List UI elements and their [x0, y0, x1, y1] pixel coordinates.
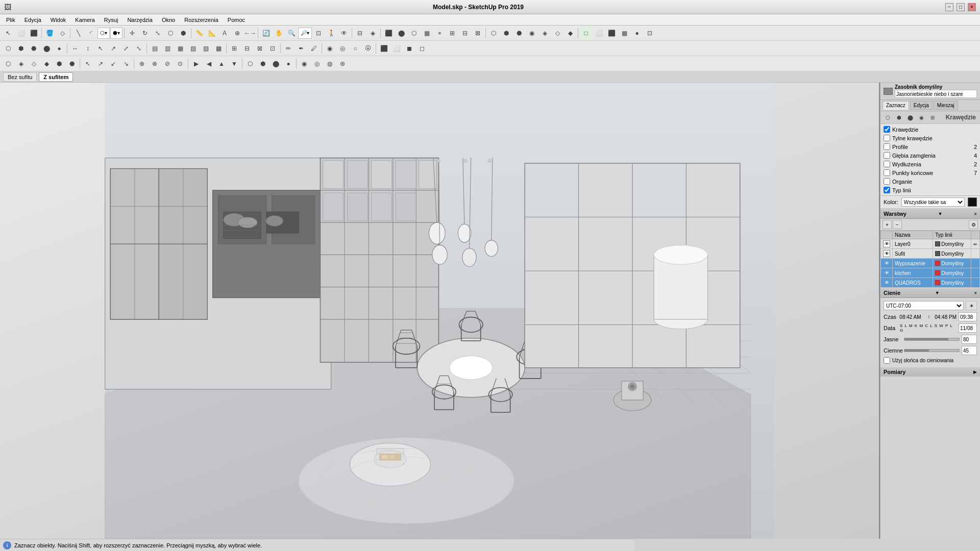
menu-widok[interactable]: Widok	[46, 16, 70, 24]
tb-btn-b6[interactable]: ◇	[551, 27, 564, 39]
cb-krawedzie[interactable]	[884, 126, 890, 133]
tb2-btn28[interactable]: ⦿	[362, 42, 374, 55]
tb3-btn13[interactable]: ⊘	[161, 58, 174, 70]
tb3-btn24[interactable]: ◎	[311, 58, 323, 70]
menu-narzedzia[interactable]: Narzędzia	[123, 16, 157, 24]
tb2-btn26[interactable]: ◎	[336, 42, 349, 55]
tb2-btn12[interactable]: ▤	[149, 42, 161, 55]
style-icon3[interactable]: ⬤	[905, 112, 915, 122]
tb2-btn22[interactable]: ✏	[282, 42, 295, 55]
orbit-tool[interactable]: 🔄	[260, 27, 272, 39]
cienie-header[interactable]: Cienie ▼ ×	[880, 288, 980, 298]
move-tool[interactable]: ✛	[126, 27, 138, 39]
pan-tool[interactable]: ✋	[273, 27, 285, 39]
menu-rozszerzenia[interactable]: Rozszerzenia	[180, 16, 223, 24]
tb3-btn4[interactable]: ◆	[40, 58, 53, 70]
maximize-button[interactable]: □	[957, 3, 965, 11]
group-btn[interactable]: ⬛	[28, 27, 40, 39]
pushpull-tool[interactable]: ⬡	[164, 27, 177, 39]
tb3-btn25[interactable]: ◍	[324, 58, 336, 70]
tb3-btn8[interactable]: ↗	[94, 58, 107, 70]
tb2-btn24[interactable]: 🖊	[308, 42, 320, 55]
tb2-btn21[interactable]: ⊡	[266, 42, 279, 55]
tb3-btn7[interactable]: ↖	[82, 58, 94, 70]
tb-btn-a1[interactable]: ⬛	[382, 27, 395, 39]
tb2-btn19[interactable]: ⊟	[241, 42, 253, 55]
tb2-btn13[interactable]: ▥	[161, 42, 174, 55]
tb2-btn9[interactable]: ↗	[107, 42, 119, 55]
hidden-btn[interactable]: ⬜	[593, 27, 605, 39]
timezone-select[interactable]: UTC-07:00	[884, 301, 964, 310]
cb-punkty[interactable]	[884, 169, 890, 176]
solar-cb[interactable]	[884, 357, 890, 364]
remove-layer-btn[interactable]: −	[893, 220, 902, 229]
tb2-btn18[interactable]: ⊞	[228, 42, 240, 55]
tb-btn-a6[interactable]: ⊞	[446, 27, 458, 39]
tb3-btn18[interactable]: ▼	[228, 58, 240, 70]
tb3-btn23[interactable]: ◉	[298, 58, 310, 70]
axis-tool[interactable]: ⊕	[231, 27, 243, 39]
menu-pomoc[interactable]: Pomoc	[224, 16, 249, 24]
layer-row-kitchen[interactable]: 👁 kitchen Domyślny	[881, 268, 980, 278]
offset-tool[interactable]: ⬢	[177, 27, 189, 39]
tab-mieszaj[interactable]: Mieszaj	[934, 101, 958, 110]
add-layer-btn[interactable]: +	[883, 220, 892, 229]
style-icon2[interactable]: ⬢	[894, 112, 904, 122]
tb2-btn29[interactable]: ⬛	[378, 42, 390, 55]
tab-zaznacz[interactable]: Zaznacz	[883, 101, 909, 110]
arc-tool[interactable]: ◜	[85, 27, 97, 39]
layer-row-quadros[interactable]: 👁 QUADROS Domyślny	[881, 278, 980, 288]
rotate-tool[interactable]: ↻	[139, 27, 151, 39]
look-tool[interactable]: 👁	[338, 27, 350, 39]
tb2-btn6[interactable]: ↔	[69, 42, 81, 55]
tb2-btn1[interactable]: ⬡	[2, 42, 14, 55]
tb-btn-a7[interactable]: ⊟	[459, 27, 471, 39]
tb3-btn12[interactable]: ⊗	[149, 58, 161, 70]
style-icon1[interactable]: ⬡	[883, 112, 893, 122]
zoom-tool[interactable]: 🔍	[285, 27, 298, 39]
viewport-3d[interactable]	[0, 83, 880, 539]
tb2-btn23[interactable]: ✒	[295, 42, 307, 55]
tb2-btn4[interactable]: ⬤	[40, 42, 53, 55]
tb3-btn1[interactable]: ⬡	[2, 58, 14, 70]
tb-btn-a8[interactable]: ⊠	[472, 27, 484, 39]
tb2-btn10[interactable]: ⤢	[120, 42, 132, 55]
component-btn[interactable]: ⬜	[15, 27, 27, 39]
style-icon4[interactable]: ◉	[916, 112, 926, 122]
wireframe-btn[interactable]: □	[580, 27, 592, 39]
tb3-btn19[interactable]: ⬡	[244, 58, 256, 70]
tb3-btn15[interactable]: ▶	[190, 58, 202, 70]
scale-tool[interactable]: ⤡	[152, 27, 164, 39]
tb3-btn21[interactable]: ⬤	[270, 58, 282, 70]
close-button[interactable]: ×	[968, 3, 976, 11]
tb-btn-b1[interactable]: ⬡	[487, 27, 500, 39]
layer0-edit[interactable]: ✏	[973, 242, 977, 247]
tb3-btn16[interactable]: ◀	[203, 58, 215, 70]
shape-dropdown[interactable]: ⬡▾	[97, 28, 110, 39]
tb2-btn5[interactable]: ●	[53, 42, 65, 55]
color-swatch[interactable]	[968, 197, 977, 207]
menu-rysuj[interactable]: Rysuj	[100, 16, 122, 24]
tb2-btn16[interactable]: ▨	[200, 42, 212, 55]
ciemne-slider[interactable]	[904, 349, 960, 352]
tb3-btn22[interactable]: ●	[282, 58, 295, 70]
quadros-vis[interactable]: 👁	[883, 279, 890, 286]
close-warstwy-btn[interactable]: ×	[974, 211, 977, 217]
section2-tool[interactable]: ◈	[366, 27, 379, 39]
select-tool[interactable]: ↖	[2, 27, 14, 39]
minimize-button[interactable]: −	[945, 3, 953, 11]
solid-btn[interactable]: ●	[631, 27, 643, 39]
tb-btn-a3[interactable]: ⬡	[408, 27, 420, 39]
protractor-tool[interactable]: 📐	[206, 27, 218, 39]
time-input[interactable]	[959, 312, 977, 321]
cb-typ-linii[interactable]	[884, 187, 890, 193]
pomiary-header[interactable]: Pomiary ▶	[880, 367, 980, 377]
zoom-dropdown[interactable]: 🔎▾	[298, 28, 312, 39]
tb2-btn17[interactable]: ▩	[212, 42, 225, 55]
sufit-vis[interactable]: 👁	[883, 250, 890, 257]
tb3-btn3[interactable]: ◇	[28, 58, 40, 70]
tb2-btn11[interactable]: ⤡	[133, 42, 145, 55]
zoomext-tool[interactable]: ⊡	[312, 27, 325, 39]
tb2-btn8[interactable]: ↖	[94, 42, 107, 55]
walk-tool[interactable]: 🚶	[325, 27, 337, 39]
